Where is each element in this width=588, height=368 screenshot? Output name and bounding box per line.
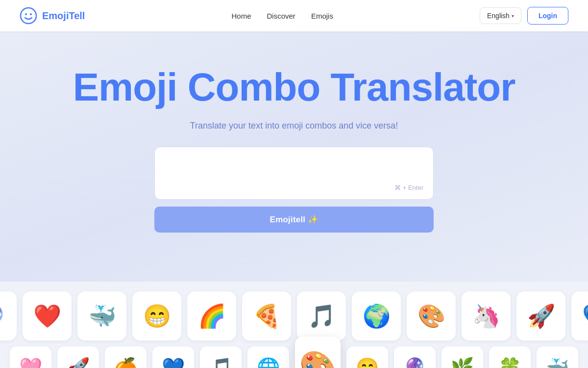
emoji-card-leaf[interactable]: 🌿 bbox=[441, 346, 483, 368]
emoji-card-music-2[interactable]: 🎵 bbox=[200, 346, 242, 368]
emoji-card-whale[interactable]: 🐳 bbox=[77, 291, 126, 341]
nav-links: Home Discover Emojis bbox=[232, 12, 333, 20]
logo-text: EmojiTell bbox=[42, 10, 85, 22]
emoji-row-1: 🔮❤️🐳😁🌈🍕🎵🌍🎨🦄🚀💙 bbox=[0, 291, 588, 341]
emoji-card-rocket-2[interactable]: 🚀 bbox=[57, 346, 99, 368]
language-label: English bbox=[487, 12, 510, 20]
text-input-area: ⌘ + Enter bbox=[154, 147, 434, 200]
svg-point-0 bbox=[21, 8, 36, 24]
emoji-card-globe[interactable]: 🌍 bbox=[352, 291, 401, 341]
emoji-card-palette-large[interactable]: 🎨 bbox=[295, 337, 341, 368]
emoji-card-grinning[interactable]: 😁 bbox=[132, 291, 181, 341]
emoji-card-pink-heart[interactable]: 🩷 bbox=[10, 346, 51, 368]
login-button[interactable]: Login bbox=[527, 7, 568, 25]
emoji-card-crystal-2[interactable]: 🔮 bbox=[394, 346, 436, 368]
translate-button[interactable]: Emojitell ✨ bbox=[154, 207, 434, 233]
emoji-card-grinning-2[interactable]: 😁 bbox=[346, 346, 388, 368]
chevron-down-icon: ▾ bbox=[512, 13, 514, 19]
svg-point-2 bbox=[30, 13, 32, 15]
hero-section: Emoji Combo Translator Translate your te… bbox=[0, 31, 588, 282]
emoji-card-pizza[interactable]: 🍕 bbox=[242, 291, 291, 341]
nav-emojis[interactable]: Emojis bbox=[311, 12, 333, 20]
logo-icon bbox=[20, 7, 37, 25]
navbar: EmojiTell Home Discover Emojis English ▾… bbox=[0, 0, 588, 31]
language-selector[interactable]: English ▾ bbox=[480, 7, 521, 24]
svg-point-1 bbox=[25, 13, 27, 15]
emoji-row-2: 🩷🚀🍊💙🎵🌐🎨😁🔮🌿🍀🐳 bbox=[0, 346, 588, 368]
keyboard-hint: ⌘ + Enter bbox=[165, 184, 423, 191]
emoji-card-clover[interactable]: 🍀 bbox=[489, 346, 531, 368]
emoji-card-music-note[interactable]: 🎵 bbox=[297, 291, 346, 341]
logo-link[interactable]: EmojiTell bbox=[20, 7, 85, 25]
emoji-card-globe-2[interactable]: 🌐 bbox=[247, 346, 289, 368]
emoji-card-red-heart[interactable]: ❤️ bbox=[23, 291, 72, 341]
navbar-controls: English ▾ Login bbox=[480, 7, 568, 25]
emoji-card-rocket[interactable]: 🚀 bbox=[516, 291, 565, 341]
hero-title: Emoji Combo Translator bbox=[73, 66, 515, 109]
emoji-card-palette[interactable]: 🎨 bbox=[407, 291, 456, 341]
text-input[interactable] bbox=[165, 155, 423, 180]
emoji-grid-section: 🔮❤️🐳😁🌈🍕🎵🌍🎨🦄🚀💙 🩷🚀🍊💙🎵🌐🎨😁🔮🌿🍀🐳 bbox=[0, 282, 588, 368]
emoji-card-blue-heart[interactable]: 💙 bbox=[571, 291, 588, 341]
nav-home[interactable]: Home bbox=[232, 12, 251, 20]
nav-discover[interactable]: Discover bbox=[267, 12, 295, 20]
emoji-card-unicorn[interactable]: 🦄 bbox=[462, 291, 511, 341]
emoji-card-orange[interactable]: 🍊 bbox=[105, 346, 147, 368]
hero-subtitle: Translate your text into emoji combos an… bbox=[190, 121, 398, 131]
emoji-card-whale-2[interactable]: 🐳 bbox=[537, 346, 578, 368]
emoji-card-blue-heart-2[interactable]: 💙 bbox=[152, 346, 194, 368]
emoji-card-rainbow[interactable]: 🌈 bbox=[187, 291, 236, 341]
emoji-card-crystal-ball[interactable]: 🔮 bbox=[0, 291, 17, 341]
